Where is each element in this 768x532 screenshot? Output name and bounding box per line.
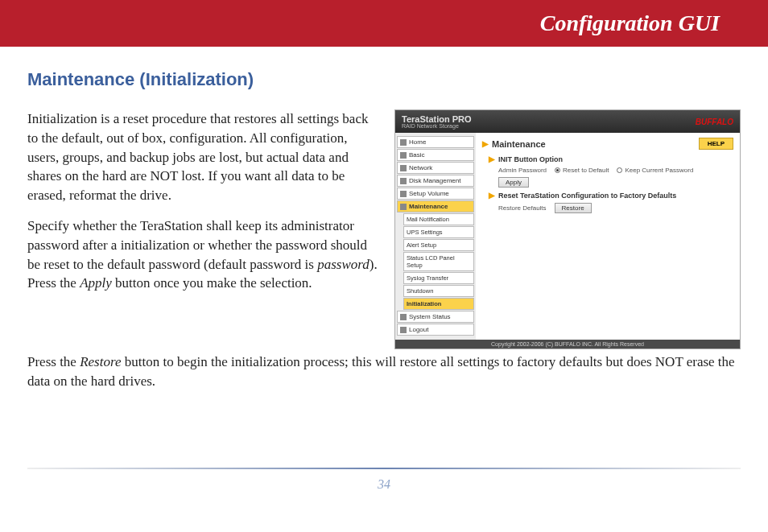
gui-footer: Copyright 2002-2006 (C) BUFFALO INC. All… <box>395 340 740 348</box>
restore-defaults-label: Restore Defaults <box>498 204 547 212</box>
subnav-label: Status LCD Panel Setup <box>407 254 471 269</box>
apply-row: Apply <box>498 177 733 188</box>
divider-line <box>27 468 741 469</box>
arrow-icon: ▶ <box>482 139 489 148</box>
help-button[interactable]: HELP <box>699 138 733 150</box>
section-title: Maintenance (Initialization) <box>27 69 741 90</box>
nav-logout[interactable]: Logout <box>397 324 474 336</box>
admin-password-label: Admin Password <box>498 167 547 174</box>
gui-section-reset: ▶ Reset TeraStation Configuration to Fac… <box>489 191 733 200</box>
subnav-mail-notification[interactable]: Mail Notification <box>403 213 474 225</box>
gui-brand-block: TeraStation PRO RAID Network Storage <box>402 114 472 129</box>
radio-icon <box>555 167 560 173</box>
subnav-syslog-transfer[interactable]: Syslog Transfer <box>403 272 474 284</box>
body-wrap: Initialization is a reset procedure that… <box>27 109 741 349</box>
apply-button[interactable]: Apply <box>498 177 529 188</box>
nav-label: Setup Volume <box>409 190 449 197</box>
subnav-shutdown[interactable]: Shutdown <box>403 285 474 297</box>
paragraph-3: Press the Restore button to begin the in… <box>27 353 741 391</box>
p2-italic-password: password <box>317 257 370 272</box>
gui-body: Home Basic Network Disk Management Setup… <box>395 133 740 340</box>
header-title: Configuration GUI <box>540 10 720 36</box>
subnav-label: Syslog Transfer <box>407 274 448 282</box>
folder-icon <box>400 178 407 184</box>
arrow-icon: ▶ <box>489 155 495 163</box>
folder-icon <box>400 204 407 210</box>
embedded-gui-screenshot: TeraStation PRO RAID Network Storage BUF… <box>394 109 741 349</box>
p2-italic-apply: Apply <box>80 275 112 291</box>
nav-label: Basic <box>409 151 425 159</box>
p3-a: Press the <box>27 354 80 369</box>
gui-main-panel: ▶ Maintenance HELP ▶ INIT Button Option … <box>476 133 740 340</box>
folder-icon <box>400 191 407 197</box>
text-column: Initialization is a reset procedure that… <box>27 109 380 304</box>
folder-icon <box>400 327 407 333</box>
folder-icon <box>400 314 407 320</box>
nav-network[interactable]: Network <box>397 162 474 174</box>
subnav-label: UPS Settings <box>407 229 443 236</box>
nav-label: System Status <box>409 313 451 320</box>
subnav-label: Alert Setup <box>407 241 436 249</box>
nav-home[interactable]: Home <box>397 136 474 148</box>
folder-icon <box>400 165 407 171</box>
nav-label: Disk Management <box>409 177 460 184</box>
gui-section-title: INIT Button Option <box>498 155 563 163</box>
nav-disk-management[interactable]: Disk Management <box>397 175 474 187</box>
folder-icon <box>400 152 407 159</box>
radio-icon <box>617 167 622 173</box>
restore-row: Restore Defaults Restore <box>498 203 733 213</box>
nav-setup-volume[interactable]: Setup Volume <box>397 188 474 200</box>
admin-password-row: Admin Password Reset to Default Keep Cur… <box>498 167 733 174</box>
gui-main-title-text: Maintenance <box>492 139 546 149</box>
nav-maintenance[interactable]: Maintenance <box>397 200 474 212</box>
subnav-alert-setup[interactable]: Alert Setup <box>403 239 474 251</box>
folder-icon <box>400 139 407 146</box>
subnav-label: Mail Notification <box>407 216 449 223</box>
nav-label: Logout <box>409 326 428 333</box>
page-content: Maintenance (Initialization) Initializat… <box>0 47 768 391</box>
gui-main-title: ▶ Maintenance <box>482 139 546 149</box>
subnav-ups-settings[interactable]: UPS Settings <box>403 226 474 238</box>
arrow-icon: ▶ <box>489 191 495 200</box>
subnav-label: Shutdown <box>407 287 433 295</box>
subnav-initialization[interactable]: Initialization <box>403 298 474 310</box>
nav-system-status[interactable]: System Status <box>397 311 474 323</box>
p3-b: button to begin the initialization proce… <box>27 354 735 389</box>
nav-label: Maintenance <box>409 203 448 210</box>
restore-button[interactable]: Restore <box>555 203 592 213</box>
p2-a: Specify whether the TeraStation shall ke… <box>27 218 367 272</box>
radio-keep[interactable]: Keep Current Password <box>617 167 693 174</box>
radio-label: Reset to Default <box>563 167 609 174</box>
gui-sidebar: Home Basic Network Disk Management Setup… <box>395 133 476 340</box>
p3-italic-restore: Restore <box>80 354 121 369</box>
radio-label: Keep Current Password <box>625 167 693 174</box>
subnav-status-lcd[interactable]: Status LCD Panel Setup <box>403 252 474 271</box>
gui-section-title: Reset TeraStation Configuration to Facto… <box>498 192 676 200</box>
radio-reset[interactable]: Reset to Default <box>555 167 609 174</box>
gui-logo: BUFFALO <box>696 118 733 126</box>
header-bar: Configuration GUI <box>0 0 768 47</box>
subnav-label: Initialization <box>407 300 441 307</box>
gui-main-header: ▶ Maintenance HELP <box>482 138 733 150</box>
gui-topbar: TeraStation PRO RAID Network Storage BUF… <box>395 110 740 133</box>
page-number: 34 <box>27 477 741 492</box>
nav-basic[interactable]: Basic <box>397 149 474 161</box>
paragraph-2: Specify whether the TeraStation shall ke… <box>27 217 380 293</box>
paragraph-1: Initialization is a reset procedure that… <box>27 109 380 205</box>
nav-label: Home <box>409 138 426 146</box>
gui-brand-sub: RAID Network Storage <box>402 124 472 129</box>
p2-c: button once you make the selection. <box>112 275 312 291</box>
nav-label: Network <box>409 164 432 171</box>
gui-section-init-button: ▶ INIT Button Option <box>489 155 733 163</box>
page-footer: 34 <box>27 468 741 492</box>
